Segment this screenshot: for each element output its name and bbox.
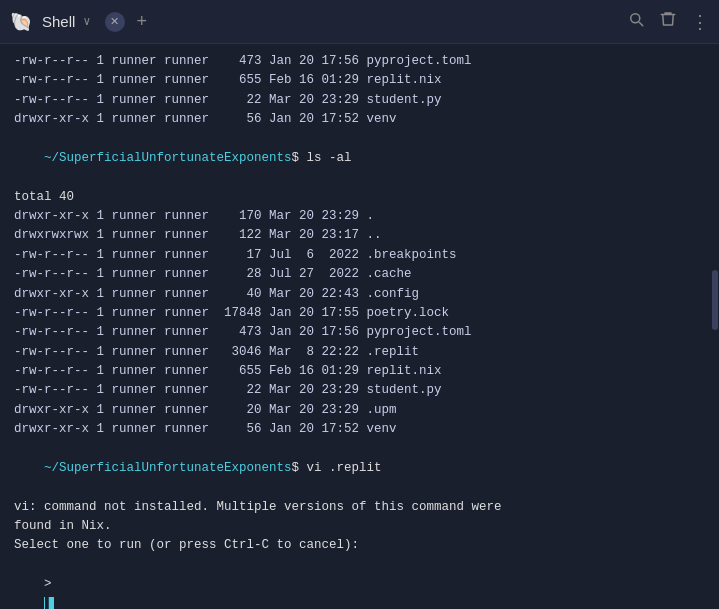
titlebar-left: 🐚 Shell ∨ ✕ + [10, 11, 147, 33]
terminal-line: drwxr-xr-x 1 runner runner 56 Jan 20 17:… [14, 110, 709, 129]
terminal-line: drwxr-xr-x 1 runner runner 20 Mar 20 23:… [14, 401, 709, 420]
prompt-path-2: ~/SuperficialUnfortunateExponents [44, 461, 292, 475]
terminal-prompt-line-2: ~/SuperficialUnfortunateExponents$ vi .r… [14, 440, 709, 498]
prompt-dollar-2: $ vi .replit [292, 461, 382, 475]
trash-icon[interactable] [659, 10, 677, 33]
titlebar: 🐚 Shell ∨ ✕ + ⋮ [0, 0, 719, 44]
terminal-line: total 40 [14, 188, 709, 207]
terminal-line: vi: command not installed. Multiple vers… [14, 498, 709, 517]
tab-close-button[interactable]: ✕ [105, 12, 125, 32]
terminal-line: drwxr-xr-x 1 runner runner 170 Mar 20 23… [14, 207, 709, 226]
terminal-line: -rw-r--r-- 1 runner runner 17 Jul 6 2022… [14, 246, 709, 265]
prompt-dollar: $ ls -al [292, 151, 352, 165]
terminal: -rw-r--r-- 1 runner runner 473 Jan 20 17… [0, 44, 719, 609]
terminal-line: -rw-r--r-- 1 runner runner 22 Mar 20 23:… [14, 91, 709, 110]
terminal-line: Select one to run (or press Ctrl-C to ca… [14, 536, 709, 555]
terminal-line: drwxr-xr-x 1 runner runner 40 Mar 20 22:… [14, 285, 709, 304]
scrollbar[interactable] [711, 44, 719, 609]
terminal-line: -rw-r--r-- 1 runner runner 655 Feb 16 01… [14, 362, 709, 381]
terminal-line: drwxr-xr-x 1 runner runner 56 Jan 20 17:… [14, 420, 709, 439]
terminal-line: -rw-r--r-- 1 runner runner 655 Feb 16 01… [14, 71, 709, 90]
terminal-line: -rw-r--r-- 1 runner runner 473 Jan 20 17… [14, 52, 709, 71]
chevron-down-icon: ∨ [83, 14, 90, 29]
terminal-prompt-line: ~/SuperficialUnfortunateExponents$ ls -a… [14, 130, 709, 188]
terminal-line: -rw-r--r-- 1 runner runner 28 Jul 27 202… [14, 265, 709, 284]
terminal-line: -rw-r--r-- 1 runner runner 473 Jan 20 17… [14, 323, 709, 342]
prompt-arrow: > [44, 577, 59, 591]
search-icon[interactable] [627, 10, 645, 33]
tab-add-button[interactable]: + [137, 11, 148, 32]
terminal-line: -rw-r--r-- 1 runner runner 22 Mar 20 23:… [14, 381, 709, 400]
cursor: ▌ [44, 597, 54, 610]
scrollbar-thumb [712, 270, 718, 330]
terminal-line: -rw-r--r-- 1 runner runner 17848 Jan 20 … [14, 304, 709, 323]
prompt-path: ~/SuperficialUnfortunateExponents [44, 151, 292, 165]
more-options-icon[interactable]: ⋮ [691, 11, 709, 33]
terminal-select-prompt: > ▌ [14, 556, 709, 609]
terminal-line: found in Nix. [14, 517, 709, 536]
titlebar-actions: ⋮ [627, 10, 709, 33]
terminal-line: -rw-r--r-- 1 runner runner 3046 Mar 8 22… [14, 343, 709, 362]
terminal-line: drwxrwxrwx 1 runner runner 122 Mar 20 23… [14, 226, 709, 245]
shell-title: Shell [42, 13, 75, 30]
shell-icon: 🐚 [10, 11, 32, 33]
